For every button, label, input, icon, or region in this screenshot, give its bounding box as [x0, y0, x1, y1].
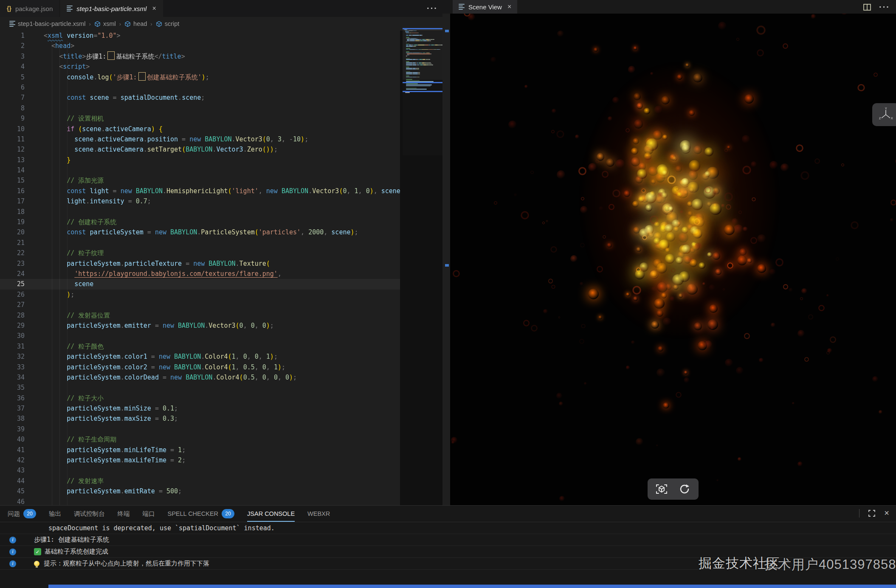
breadcrumb-item-head[interactable]: head: [124, 20, 147, 27]
tab-scene-view[interactable]: Scene View ×: [453, 0, 517, 14]
bottom-panel: 问题20输出调试控制台终端端口SPELL CHECKER20JSAR CONSO…: [0, 505, 896, 588]
scene-more-actions-icon[interactable]: ···: [879, 2, 890, 12]
editor-tab-bar: {}package.jsonstep1-basic-particle.xsml×: [0, 0, 450, 17]
code-line: 21: [0, 238, 400, 248]
unicode-highlight-box: [107, 51, 115, 60]
code-line: 3 <title>步骤1:基础粒子系统</title>: [0, 51, 400, 62]
code-line: 11 scene.activeCamera.position = new BAB…: [0, 134, 400, 144]
panel-tab--[interactable]: 端口: [143, 506, 155, 522]
scene-view-close-icon[interactable]: ×: [507, 3, 511, 11]
tab-step1-basic-particle-xsml[interactable]: step1-basic-particle.xsml×: [60, 0, 163, 17]
editor-scrollbar[interactable]: [442, 14, 450, 505]
refresh-button[interactable]: [675, 481, 694, 497]
scene-view-tab-label: Scene View: [468, 3, 502, 11]
axis-gizmo-button[interactable]: Y Z X: [872, 103, 896, 126]
code-line: 23 particleSystem.particleTexture = new …: [0, 259, 400, 269]
panel-divider: [859, 509, 859, 518]
panel-tab--[interactable]: 输出: [49, 506, 61, 522]
tab-label: package.json: [15, 5, 53, 12]
code-line: 18: [0, 207, 400, 217]
code-line: 10 if (scene.activeCamera) {: [0, 124, 400, 134]
code-line: 37 particleSystem.minSize = 0.1;: [0, 403, 400, 414]
code-line: 9 // 设置相机: [0, 113, 400, 124]
code-line: 1<xsml version="1.0">: [0, 31, 400, 41]
lightbulb-icon: [34, 561, 39, 566]
code-line: 5 console.log('步骤1:创建基础粒子系统');: [0, 72, 400, 82]
code-line: 40 // 粒子生命周期: [0, 434, 400, 445]
file-list-icon: [9, 20, 15, 28]
panel-tab-spell-checker[interactable]: SPELL CHECKER20: [168, 506, 235, 522]
minimap[interactable]: [403, 28, 442, 155]
code-line: 43: [0, 465, 400, 475]
code-line: 29 particleSystem.emitter = new BABYLON.…: [0, 321, 400, 331]
console-message: spaceDocument is deprecated, use `spatia…: [48, 524, 275, 532]
code-line: 15 // 添加光源: [0, 175, 400, 186]
code-line: 4 <script>: [0, 62, 400, 72]
code-line: 44 // 发射速率: [0, 476, 400, 486]
split-editor-icon[interactable]: [863, 3, 871, 11]
code-line: 26 );: [0, 290, 400, 300]
console-row: spaceDocument is deprecated, use `spatia…: [0, 522, 896, 534]
file-list-icon: [67, 5, 73, 12]
breadcrumb-item-script[interactable]: script: [156, 20, 180, 27]
code-line: 17 light.intensity = 0.7;: [0, 196, 400, 206]
code-line: 13 }: [0, 155, 400, 165]
code-line: 28 // 发射器位置: [0, 310, 400, 321]
console-message: 提示：观察粒子从中心点向上喷射，然后在重力作用下下落: [44, 560, 209, 568]
code-line: 38 particleSystem.maxSize = 0.3;: [0, 414, 400, 424]
json-braces-icon: {}: [7, 5, 11, 12]
code-line: 8: [0, 103, 400, 113]
close-panel-icon[interactable]: ×: [884, 508, 889, 518]
badge: 20: [222, 509, 234, 518]
svg-text:Z: Z: [879, 117, 881, 120]
info-icon: i: [9, 537, 16, 543]
code-line: 24 'https://playground.babylonjs.com/tex…: [0, 269, 400, 279]
breadcrumb-separator: ›: [89, 21, 91, 27]
breadcrumb[interactable]: step1-basic-particle.xsml›xsml›head›scri…: [0, 17, 459, 31]
editor-more-actions-icon[interactable]: ···: [427, 3, 438, 13]
code-line: 16 const light = new BABYLON.Hemispheric…: [0, 186, 400, 196]
particle-canvas: [450, 14, 896, 505]
ar-cube-scan-button[interactable]: [652, 481, 671, 497]
scrollbar-decoration-marker: [445, 264, 449, 267]
code-line: 14: [0, 165, 400, 175]
code-line: 7 const scene = spatialDocument.scene;: [0, 93, 400, 103]
panel-tab--[interactable]: 问题20: [8, 506, 36, 522]
code-line: 25 scene: [0, 279, 400, 289]
check-icon: ✓: [34, 548, 41, 555]
code-editor[interactable]: 1<xsml version="1.0">2 <head>3 <title>步骤…: [0, 31, 400, 505]
code-line: 33 particleSystem.color2 = new BABYLON.C…: [0, 362, 400, 372]
unicode-highlight-box: [138, 72, 146, 81]
code-line: 42 particleSystem.maxLifeTime = 2;: [0, 455, 400, 465]
code-line: 32 particleSystem.color1 = new BABYLON.C…: [0, 352, 400, 362]
scene-view-tab-icon: [459, 3, 465, 11]
code-line: 39: [0, 424, 400, 434]
minimap-highlight: [403, 28, 442, 29]
breadcrumb-item-xsml[interactable]: xsml: [94, 20, 116, 27]
panel-tab-jsar-console[interactable]: JSAR CONSOLE: [247, 506, 295, 522]
close-tab-icon[interactable]: ×: [152, 5, 156, 12]
tab-package-json[interactable]: {}package.json: [0, 0, 60, 17]
panel-tab-bar: 问题20输出调试控制台终端端口SPELL CHECKER20JSAR CONSO…: [0, 506, 896, 522]
code-line: 12 scene.activeCamera.setTarget(BABYLON.…: [0, 144, 400, 155]
code-line: 30: [0, 331, 400, 341]
code-line: 45 particleSystem.emitRate = 500;: [0, 486, 400, 496]
minimap-highlight: [403, 82, 442, 83]
scrollbar-decoration-marker: [445, 30, 449, 32]
breadcrumb-item-step1-basic-particle-xsml[interactable]: step1-basic-particle.xsml: [9, 20, 86, 28]
code-line: 20 const particleSystem = new BABYLON.Pa…: [0, 227, 400, 237]
panel-tab--[interactable]: 终端: [118, 506, 130, 522]
panel-tab--[interactable]: 调试控制台: [74, 506, 105, 522]
panel-tab-webxr[interactable]: WEBXR: [307, 506, 330, 522]
video-progress-bar[interactable]: [48, 585, 896, 588]
code-line: 31 // 粒子颜色: [0, 341, 400, 352]
maximize-panel-icon[interactable]: [868, 509, 876, 517]
breadcrumb-separator: ›: [150, 21, 152, 27]
console-message: 基础粒子系统创建完成: [45, 548, 108, 556]
scene-viewport[interactable]: Y Z X: [450, 14, 896, 505]
watermark-text-2: 技术用户4051397858183: [764, 556, 896, 574]
code-line: 22 // 粒子纹理: [0, 248, 400, 258]
code-line: 2 <head>: [0, 41, 400, 51]
tab-label: step1-basic-particle.xsml: [76, 5, 147, 12]
console-row: i步骤1: 创建基础粒子系统: [0, 534, 896, 546]
